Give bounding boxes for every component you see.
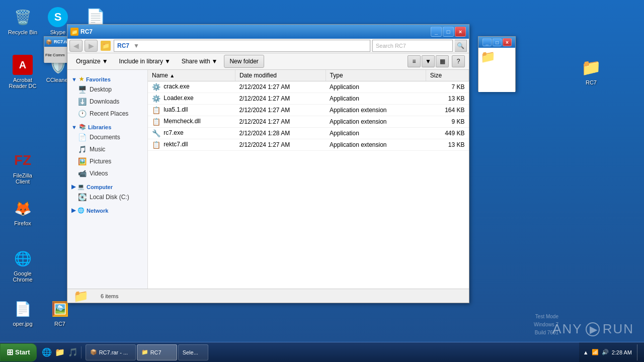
taskbar-item-rar[interactable]: 📦 RC7.rar - ... [86, 344, 136, 360]
table-row[interactable]: 📋 Memcheck.dll 2/12/2024 1:27 AM Applica… [148, 116, 469, 128]
taskbar-rc7-label: RC7 [150, 349, 162, 355]
filezilla-icon[interactable]: FZ FileZilla Client [5, 148, 40, 187]
explorer2-folder-icon: 📁 [480, 50, 496, 64]
file-name-cell: 📋 lua5.1.dll [148, 105, 235, 116]
chrome-icon[interactable]: 🌐 Google Chrome [5, 246, 40, 285]
share-with-label: Share with [182, 58, 210, 65]
new-folder-button[interactable]: New folder [224, 55, 264, 68]
tray-show-desktop[interactable] [637, 344, 640, 360]
file-type: Application [330, 95, 359, 102]
table-row[interactable]: ⚙️ crack.exe 2/12/2024 1:27 AM Applicati… [148, 81, 469, 93]
table-row[interactable]: ⚙️ Loader.exe 2/12/2024 1:27 AM Applicat… [148, 93, 469, 105]
sidebar-desktop[interactable]: 🖥️ Desktop [73, 83, 147, 96]
col-date[interactable]: Date modified [235, 70, 326, 81]
col-size[interactable]: Size [426, 70, 468, 81]
file-name-cell: 📋 Memcheck.dll [148, 116, 235, 128]
sidebar-documents[interactable]: 📄 Documents [73, 131, 147, 143]
favorites-arrow: ▼ [71, 76, 77, 82]
exe-icon: ⚙️ [152, 83, 160, 91]
tray-network-icon[interactable]: 📶 [592, 349, 599, 355]
acrobat-icon[interactable]: A Acrobat Reader DC [5, 53, 40, 91]
organize-button[interactable]: Organize ▼ [71, 55, 113, 68]
sidebar-pictures[interactable]: 🖼️ Pictures [73, 155, 147, 167]
help-button[interactable]: ? [452, 55, 465, 67]
file-date-cell: 2/12/2024 1:27 AM [235, 93, 326, 105]
start-label: Start [15, 348, 30, 356]
col-type[interactable]: Type [326, 70, 426, 81]
explorer2-controls: _ □ × [482, 38, 512, 46]
start-button[interactable]: ⊞ Start [0, 343, 37, 361]
pictures-label: Pictures [90, 158, 111, 165]
explorer2-max[interactable]: □ [493, 38, 502, 46]
address-box[interactable]: RC7 ▼ [114, 40, 370, 52]
table-row[interactable]: 📋 lua5.1.dll 2/12/2024 1:27 AM Applicati… [148, 105, 469, 116]
network-label: Network [87, 208, 108, 214]
include-library-button[interactable]: Include in library ▼ [115, 55, 175, 68]
back-button[interactable]: ◀ [69, 40, 83, 52]
share-with-button[interactable]: Share with ▼ [177, 55, 222, 68]
file-area: Name ▲ Date modified Type Size [148, 70, 469, 289]
taskbar-media-icon[interactable]: 🎵 [67, 346, 79, 358]
computer-header[interactable]: ▶ 💻 Computer [67, 182, 147, 191]
recycle-bin-icon[interactable]: 🗑️ Recycle Bin [5, 5, 40, 37]
name-sort-arrow: ▲ [170, 73, 175, 78]
maximize-button[interactable]: □ [443, 27, 454, 37]
rc7-desktop-icon[interactable]: 📁 RC7 [574, 55, 609, 87]
sidebar-videos[interactable]: 📹 Videos [73, 167, 147, 179]
search-box[interactable]: Search RC7 [372, 40, 453, 52]
file-type: Application [330, 83, 359, 90]
file-name: crack.exe [164, 83, 189, 90]
table-row[interactable]: 🔧 rc7.exe 2/12/2024 1:28 AM Application … [148, 128, 469, 139]
explorer2-window: _ □ × 📁 [478, 36, 516, 92]
taskbar-item-select[interactable]: Sele... [178, 344, 208, 360]
file-size-cell: 449 KB [426, 128, 468, 139]
toolbar-row: Organize ▼ Include in library ▼ Share wi… [67, 53, 469, 70]
desktop-icon-small: 🖥️ [77, 85, 87, 94]
local-disk-label: Local Disk (C:) [90, 194, 129, 201]
start-orb: ⊞ [7, 347, 13, 357]
taskbar-item-rc7[interactable]: 📁 RC7 [137, 344, 177, 360]
network-header[interactable]: ▶ 🌐 Network [67, 205, 147, 215]
close-button[interactable]: × [455, 27, 466, 37]
search-button[interactable]: 🔍 [455, 40, 467, 52]
explorer2-min[interactable]: _ [482, 38, 492, 46]
col-name[interactable]: Name ▲ [148, 70, 235, 81]
libraries-label: Libraries [88, 124, 111, 130]
exe-icon: ⚙️ [152, 95, 160, 103]
sidebar-music[interactable]: 🎵 Music [73, 143, 147, 155]
tray-hide-icon[interactable]: ▲ [583, 349, 589, 355]
computer-arrow: ▶ [71, 184, 75, 190]
build-text: Build 7601 [534, 329, 558, 337]
file-name: rc7.exe [164, 129, 183, 136]
tray-volume-icon[interactable]: 🔊 [602, 349, 609, 355]
view-list-button[interactable]: ≡ [408, 55, 421, 67]
libraries-icon: 📚 [79, 124, 86, 130]
taskbar-ie-icon[interactable]: 🌐 [41, 346, 53, 358]
sidebar-local-disk[interactable]: 💽 Local Disk (C:) [73, 191, 147, 203]
view-dropdown-button[interactable]: ▼ [422, 55, 435, 67]
status-bar: 📁 6 items [67, 289, 469, 303]
explorer2-close[interactable]: × [503, 38, 512, 46]
table-row[interactable]: 📋 rektc7.dll 2/12/2024 1:27 AM Applicati… [148, 139, 469, 151]
view-preview-button[interactable]: ▦ [436, 55, 449, 67]
sidebar-downloads[interactable]: ⬇️ Downloads [73, 96, 147, 108]
favorites-header[interactable]: ▼ ★ Favorites [67, 74, 147, 83]
network-arrow: ▶ [71, 207, 75, 214]
tray-time[interactable]: 2:28 AM [612, 349, 632, 355]
taskbar-tray: ▲ 📶 🔊 2:28 AM [579, 342, 644, 362]
minimize-button[interactable]: _ [431, 27, 442, 37]
file-size: 13 KB [448, 141, 465, 148]
file-type: Application extension [330, 107, 386, 114]
sidebar-recent-places[interactable]: 🕐 Recent Places [73, 108, 147, 120]
sidebar: ▼ ★ Favorites 🖥️ Desktop ⬇️ Downloads [67, 70, 148, 289]
libraries-header[interactable]: ▼ 📚 Libraries [67, 122, 147, 131]
file-icon: 📋 [152, 118, 160, 126]
taskbar-folder-icon[interactable]: 📁 [54, 346, 66, 358]
file-name: Memcheck.dll [164, 118, 200, 125]
closedapply-icon[interactable]: 📄 oper.jpg [5, 297, 40, 329]
file-date: 2/12/2024 1:27 AM [239, 118, 290, 125]
forward-button[interactable]: ▶ [85, 40, 98, 52]
network-icon: 🌐 [77, 207, 85, 214]
firefox-icon[interactable]: 🦊 Firefox [5, 196, 40, 228]
favorites-star: ★ [79, 76, 84, 82]
